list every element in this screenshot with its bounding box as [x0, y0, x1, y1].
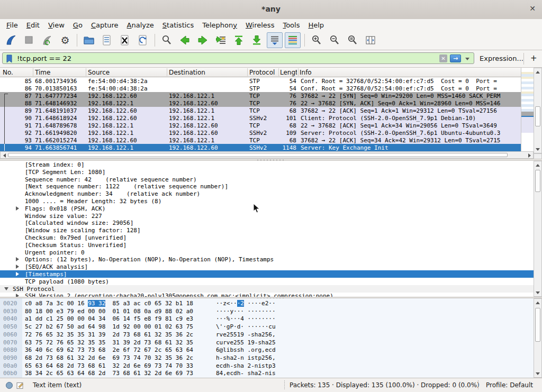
hex-row-0050[interactable]: 00505c 27 b2 67 50 ad 64 98 1d 92 00 00 … [0, 323, 534, 331]
ascii-bytes[interactable]: ····y··· ········ [216, 308, 276, 315]
go-first-button[interactable] [231, 32, 247, 48]
scrollbar-thumb[interactable] [535, 106, 540, 126]
detail-line[interactable]: [Next sequence number: 1122 (relative se… [0, 183, 534, 190]
capture-options-button[interactable]: ⚙ [57, 32, 73, 48]
detail-line[interactable]: Options: (12 bytes), No-Operation (NOP),… [0, 256, 534, 263]
hex-bytes[interactable]: 36 40 6c 69 62 73 73 68 2e 6f 72 67 2c 6… [25, 347, 193, 353]
close-button[interactable]: ✕ [529, 4, 536, 13]
hex-bytes[interactable]: 5c 27 b2 67 50 ad 64 98 1d 92 00 00 01 0… [25, 323, 193, 330]
profile-button[interactable]: Profile: Default [486, 381, 533, 389]
detail-line[interactable]: Checksum: 0x79ed [unverified] [0, 234, 534, 241]
detail-line[interactable]: TCP payload (1080 bytes) [0, 278, 534, 285]
collapsed-arrow-icon[interactable] [16, 206, 19, 211]
menu-tools[interactable]: Tools [278, 20, 304, 30]
column-header-no[interactable]: No. [3, 69, 32, 76]
clear-filter-button[interactable]: ✕ [439, 54, 447, 62]
go-forward-button[interactable] [195, 32, 211, 48]
menu-file[interactable]: File [2, 20, 22, 30]
expert-info-icon[interactable] [5, 381, 13, 391]
ascii-bytes[interactable]: 6@libssh .org,ecd [216, 347, 276, 353]
menu-analyze[interactable]: Analyze [123, 20, 158, 30]
hex-row-0040[interactable]: 0040a1 dd c1 25 00 00 04 34 06 14 f5 e8 … [0, 315, 534, 323]
hex-row-0020[interactable]: 0020c0 a8 7a 3c 00 16 93 32 85 a3 ac c0 … [0, 299, 534, 307]
menu-go[interactable]: Go [69, 20, 87, 30]
hex-bytes[interactable]: a1 dd c1 25 00 00 04 34 06 14 f5 e8 f9 8… [25, 315, 193, 322]
packet-row-90[interactable]: 9071.648618924192.168.122.60192.168.122.… [0, 114, 521, 122]
hex-bytes[interactable]: 65 63 64 68 2d 73 68 61 32 2d 6e 69 73 7… [25, 362, 193, 369]
packet-row-89[interactable]: 8971.648191037192.168.122.60192.168.122.… [0, 107, 521, 114]
detail-line[interactable]: [SEQ/ACK analysis] [0, 263, 534, 270]
menu-capture[interactable]: Capture [87, 20, 123, 30]
collapsed-arrow-icon[interactable] [16, 272, 19, 276]
zoom-reset-button[interactable] [345, 32, 360, 48]
expanded-arrow-icon[interactable] [4, 287, 8, 290]
detail-line[interactable]: SSH Protocol [0, 285, 534, 293]
detail-line[interactable]: Window size value: 227 [0, 212, 534, 220]
packet-row-87[interactable]: 8771.647777234192.168.122.60192.168.122.… [0, 92, 521, 99]
hex-bytes[interactable]: 68 2d 73 68 61 32 2d 6e 69 73 74 70 32 3… [25, 354, 193, 361]
hex-row-0030[interactable]: 003080 18 00 e3 79 ed 00 00 01 01 08 0a … [0, 307, 534, 315]
detail-line[interactable]: SSH Version 2 (encryption:chacha20-poly1… [0, 292, 534, 297]
hex-row-0090[interactable]: 009068 2d 73 68 61 32 2d 6e 69 73 74 70 … [0, 354, 534, 362]
scroll-right-icon[interactable] [526, 152, 533, 159]
details-vscrollbar[interactable] [534, 161, 542, 297]
detail-line[interactable]: Acknowledgment number: 34 (relative ack … [0, 190, 534, 197]
column-separator[interactable] [247, 68, 248, 76]
ascii-bytes[interactable]: ··z<···2 ····e2·· [216, 300, 276, 307]
close-file-button[interactable] [117, 32, 133, 48]
find-packet-button[interactable] [159, 32, 175, 48]
detail-line[interactable]: [TCP Segment Len: 1080] [0, 168, 534, 176]
hex-row-00b0[interactable]: 00b038 34 2c 65 63 64 68 2d 73 68 61 32 … [0, 369, 534, 377]
hex-bytes[interactable]: c0 a8 7a 3c 00 16 93 32 85 a3 ac c0 65 3… [25, 300, 193, 307]
reload-file-button[interactable] [135, 32, 151, 48]
menu-help[interactable]: Help [304, 20, 328, 30]
column-header-source[interactable]: Source [88, 69, 166, 76]
packet-row-86[interactable]: 8670.013850163fe:54:00:d4:38:2aSTP54Conf… [0, 85, 521, 92]
scroll-up-icon[interactable] [534, 161, 541, 169]
scroll-up-icon[interactable] [534, 68, 541, 76]
detail-line[interactable]: [Stream index: 0] [0, 161, 534, 168]
go-last-button[interactable] [249, 32, 265, 48]
go-to-packet-button[interactable] [213, 32, 229, 48]
stop-capture-button[interactable] [21, 32, 37, 48]
menu-view[interactable]: View [44, 20, 69, 30]
ascii-bytes[interactable]: 84,ecdh- sha2-nis [216, 370, 276, 377]
detail-line[interactable]: [Timestamps] [0, 270, 534, 278]
detail-line[interactable]: [Calculated window size: 29056] [0, 219, 534, 226]
capture-comment-icon[interactable] [16, 381, 24, 391]
scrollbar-thumb[interactable] [8, 153, 508, 157]
column-header-time[interactable]: Time [35, 69, 86, 76]
detail-line[interactable]: Urgent pointer: 0 [0, 249, 534, 256]
column-separator[interactable] [298, 68, 299, 76]
menu-telephony[interactable]: Telephony [198, 20, 241, 30]
ascii-bytes[interactable]: h-sha2-n istp256, [216, 354, 276, 361]
zoom-in-button[interactable] [309, 32, 324, 48]
menu-wireless[interactable]: Wireless [241, 20, 278, 30]
resize-columns-button[interactable] [363, 32, 378, 48]
column-separator[interactable] [278, 68, 279, 76]
intelligent-scrollbar[interactable] [521, 68, 534, 153]
collapsed-arrow-icon[interactable] [16, 257, 19, 261]
display-filter-input[interactable]: !tcp.port == 22 ✕ → [2, 52, 474, 64]
scroll-down-icon[interactable] [534, 289, 541, 296]
ascii-bytes[interactable]: \'·gP·d· ······cu [216, 323, 276, 330]
open-file-button[interactable] [81, 32, 97, 48]
hex-bytes[interactable]: 80 18 00 e3 79 ed 00 00 01 01 08 0a d9 8… [25, 308, 193, 315]
column-header-protocol[interactable]: Protocol [249, 69, 277, 76]
packet-row-93[interactable]: 9371.662015274192.168.122.60192.168.122.… [0, 136, 521, 144]
hex-bytes[interactable]: 38 34 2c 65 63 64 68 2d 73 68 61 32 2d 6… [25, 370, 193, 377]
expression-button[interactable]: Expression... [480, 54, 523, 62]
detail-line[interactable]: 1000 .... = Header Length: 32 bytes (8) [0, 197, 534, 205]
bytes-vscrollbar[interactable] [534, 298, 542, 378]
scroll-down-icon[interactable] [534, 145, 541, 153]
column-separator[interactable] [86, 68, 86, 76]
restart-capture-button[interactable] [39, 32, 55, 48]
menu-edit[interactable]: Edit [22, 20, 44, 30]
column-header-info[interactable]: Info [300, 69, 520, 76]
save-file-button[interactable] [99, 32, 115, 48]
ascii-bytes[interactable]: curve255 19-sha25 [216, 339, 276, 346]
bookmark-icon[interactable] [6, 54, 13, 65]
detail-line[interactable]: [Checksum Status: Unverified] [0, 241, 534, 249]
packet-row-85[interactable]: 8568.001734936fe:54:00:d4:38:2aSTP54Conf… [0, 77, 521, 85]
add-filter-button[interactable]: + [530, 53, 537, 63]
